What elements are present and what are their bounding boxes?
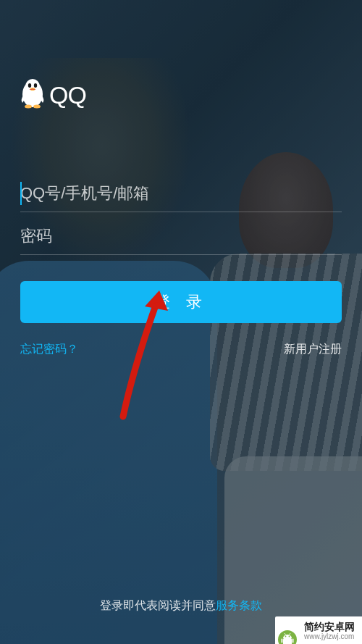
svg-point-5 <box>25 105 32 109</box>
svg-point-1 <box>25 79 40 93</box>
svg-point-9 <box>285 636 287 637</box>
svg-rect-13 <box>282 639 283 643</box>
forgot-password-link[interactable]: 忘记密码？ <box>20 342 78 357</box>
logo-row: QQ <box>20 78 342 112</box>
svg-point-3 <box>34 83 37 88</box>
footer-prefix: 登录即代表阅读并同意 <box>100 599 216 611</box>
svg-rect-14 <box>292 639 294 643</box>
watermark-url: www.jylzwj.com <box>304 632 355 640</box>
penguin-icon <box>20 78 45 112</box>
register-link[interactable]: 新用户注册 <box>284 342 342 357</box>
password-input[interactable] <box>20 227 342 246</box>
password-input-wrap[interactable] <box>20 218 342 255</box>
account-input-wrap[interactable] <box>20 175 342 212</box>
svg-point-10 <box>289 636 290 637</box>
svg-rect-8 <box>283 638 292 644</box>
logo-text: QQ <box>49 81 86 109</box>
watermark-name: 简约安卓网 <box>304 621 355 632</box>
terms-link[interactable]: 服务条款 <box>216 599 262 611</box>
login-button[interactable]: 登 录 <box>20 281 342 323</box>
svg-point-2 <box>28 83 31 88</box>
account-input[interactable] <box>20 184 342 203</box>
footer-agreement: 登录即代表阅读并同意服务条款 <box>20 598 342 614</box>
login-form: 登 录 忘记密码？ 新用户注册 <box>20 175 342 357</box>
watermark: 简约安卓网 www.jylzwj.com <box>275 616 362 644</box>
svg-point-6 <box>33 105 41 109</box>
